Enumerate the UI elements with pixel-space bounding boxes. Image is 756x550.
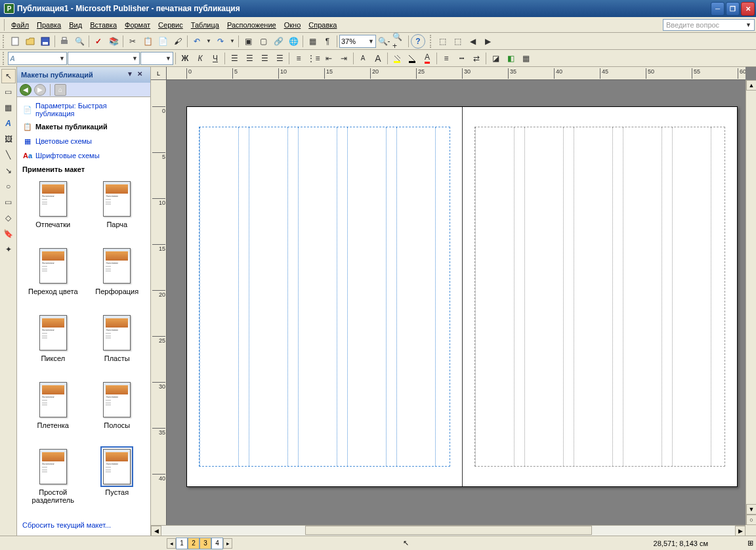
horizontal-scrollbar[interactable]: ◀ ▶ <box>151 525 746 536</box>
menu-layout[interactable]: Расположение <box>223 20 280 30</box>
send-back-button[interactable]: ▢ <box>256 34 270 49</box>
menu-grip[interactable] <box>1 19 5 31</box>
line-tool[interactable]: ╲ <box>1 148 16 162</box>
align-left-button[interactable]: ☰ <box>227 51 242 66</box>
scroll-left-button[interactable]: ◀ <box>151 526 161 536</box>
insert-table-button[interactable]: ▦ <box>518 51 533 66</box>
design-gallery-tool[interactable]: ✦ <box>1 242 16 257</box>
format-painter-button[interactable]: 🖌 <box>171 34 185 49</box>
toolbar-grip[interactable] <box>3 52 6 65</box>
shadow-button[interactable]: ◪ <box>488 51 503 66</box>
taskpane-link-color-schemes[interactable]: ▦ Цветовые схемы <box>22 134 148 148</box>
fill-color-button[interactable] <box>390 51 404 66</box>
wordart-tool[interactable]: A <box>1 116 16 131</box>
text-box-tool[interactable]: ▭ <box>1 85 16 99</box>
template-item[interactable]: Заголовок━━━━━━━━━━━━Пустая <box>87 446 148 515</box>
toolbar-grip[interactable] <box>3 35 6 48</box>
line-color-button[interactable] <box>405 51 419 66</box>
template-item[interactable]: Заголовок━━━━━━━━━━━━Пласты <box>87 312 148 373</box>
scroll-thumb[interactable] <box>305 526 592 535</box>
template-item[interactable]: Заголовок━━━━━━━━━━━━Отпечатки <box>22 179 84 239</box>
decrease-font-button[interactable]: A <box>356 51 370 66</box>
menu-view[interactable]: Вид <box>65 20 86 30</box>
zoom-out-button[interactable]: 🔍- <box>377 34 391 49</box>
scroll-up-button[interactable]: ▲ <box>746 80 756 91</box>
template-item[interactable]: Заголовок━━━━━━━━━━━━Переход цвета <box>22 245 84 306</box>
taskpane-link-font-schemes[interactable]: Aa Шрифтовые схемы <box>22 148 148 163</box>
new-button[interactable] <box>8 34 22 49</box>
scroll-down-button[interactable]: ▼ <box>746 504 756 515</box>
page-spread[interactable] <box>186 106 738 487</box>
arrow-tool[interactable]: ↘ <box>1 163 16 178</box>
align-center-button[interactable]: ☰ <box>242 51 257 66</box>
next-frame-button[interactable]: ▶ <box>480 34 495 49</box>
zoom-combo[interactable]: 37% ▼ <box>339 35 376 48</box>
justify-button[interactable]: ☰ <box>272 51 287 66</box>
font-size-combo[interactable]: ▼ <box>140 52 173 65</box>
taskpane-menu-button[interactable]: ▼ <box>127 70 136 79</box>
page-nav-1[interactable]: 1 <box>176 538 188 549</box>
oval-tool[interactable]: ○ <box>1 179 16 194</box>
increase-indent-button[interactable]: ⇥ <box>337 51 351 66</box>
picture-frame-tool[interactable]: 🖼 <box>1 132 16 146</box>
dash-style-button[interactable]: ┅ <box>454 51 469 66</box>
prev-frame-button[interactable]: ◀ <box>465 34 480 49</box>
line-style-button[interactable]: ≡ <box>439 51 453 66</box>
research-button[interactable]: 📚 <box>106 34 121 49</box>
redo-dropdown[interactable]: ▼ <box>228 34 236 49</box>
workspace[interactable]: L 051015202530354045505560 0510152025303… <box>151 67 756 536</box>
template-item[interactable]: Заголовок━━━━━━━━━━━━Парча <box>87 179 148 239</box>
insert-hyperlink-button[interactable]: 🔗 <box>271 34 285 49</box>
italic-button[interactable]: К <box>193 51 207 66</box>
save-button[interactable] <box>38 34 52 49</box>
menu-edit[interactable]: Правка <box>33 20 65 30</box>
taskpane-link-params[interactable]: 📄 Параметры: Быстрая публикация <box>22 100 148 119</box>
page-right[interactable] <box>463 107 738 486</box>
page-nav-4[interactable]: 4 <box>211 538 223 549</box>
taskpane-link-layouts[interactable]: 📋 Макеты публикаций <box>22 119 148 134</box>
bookmark-tool[interactable]: 🔖 <box>1 226 16 241</box>
taskpane-forward-button[interactable]: ▶ <box>34 84 46 96</box>
cut-button[interactable]: ✂ <box>125 34 140 49</box>
ruler-origin[interactable]: L <box>151 67 167 80</box>
copy-button[interactable]: 📋 <box>140 34 155 49</box>
increase-font-button[interactable]: A <box>371 51 385 66</box>
numbered-list-button[interactable]: ≡ <box>291 51 306 66</box>
vertical-scrollbar[interactable]: ▲ ▼ ○ <box>746 80 756 525</box>
minimize-button[interactable]: ─ <box>711 2 724 16</box>
undo-button[interactable]: ↶ <box>190 34 204 49</box>
menu-insert[interactable]: Вставка <box>86 20 121 30</box>
menu-help[interactable]: Справка <box>304 20 341 30</box>
open-button[interactable] <box>23 34 37 49</box>
zoom-in-button[interactable]: 🔍+ <box>392 34 406 49</box>
horizontal-ruler[interactable]: 051015202530354045505560 <box>167 67 746 80</box>
menu-file[interactable]: Файл <box>7 20 33 30</box>
paste-button[interactable]: 📄 <box>156 34 170 49</box>
connect-frames-button[interactable]: ⬚ <box>435 34 450 49</box>
special-chars-button[interactable]: ¶ <box>320 34 335 49</box>
autoshapes-tool[interactable]: ◇ <box>1 211 16 225</box>
menu-window[interactable]: Окно <box>280 20 305 30</box>
canvas-viewport[interactable] <box>167 80 746 525</box>
decrease-indent-button[interactable]: ⇤ <box>322 51 336 66</box>
last-page-button[interactable]: ▸ <box>223 538 232 549</box>
template-item[interactable]: Заголовок━━━━━━━━━━━━Плетенка <box>22 379 84 440</box>
template-item[interactable]: Заголовок━━━━━━━━━━━━Полосы <box>87 379 148 440</box>
undo-dropdown[interactable]: ▼ <box>205 34 213 49</box>
select-tool[interactable]: ↖ <box>1 69 16 83</box>
toolbar-grip[interactable] <box>430 35 433 48</box>
template-item[interactable]: Заголовок━━━━━━━━━━━━Перфорация <box>87 245 148 306</box>
scroll-page-button[interactable]: ○ <box>746 515 756 525</box>
bold-button[interactable]: Ж <box>178 51 192 66</box>
taskpane-back-button[interactable]: ◀ <box>20 84 32 96</box>
menu-service[interactable]: Сервис <box>154 20 187 30</box>
columns-button[interactable]: ▦ <box>305 34 320 49</box>
taskpane-close-button[interactable]: ✕ <box>137 70 146 79</box>
reset-layout-link[interactable]: Сбросить текущий макет... <box>22 517 148 533</box>
restore-button[interactable]: ❐ <box>726 2 740 16</box>
page-nav-3[interactable]: 3 <box>200 538 211 549</box>
vertical-ruler[interactable]: 0510152025303540 <box>151 80 167 525</box>
template-item[interactable]: Заголовок━━━━━━━━━━━━Простой разделитель <box>22 446 84 515</box>
web-preview-button[interactable]: 🌐 <box>286 34 301 49</box>
style-combo[interactable]: A▼ <box>8 52 67 65</box>
